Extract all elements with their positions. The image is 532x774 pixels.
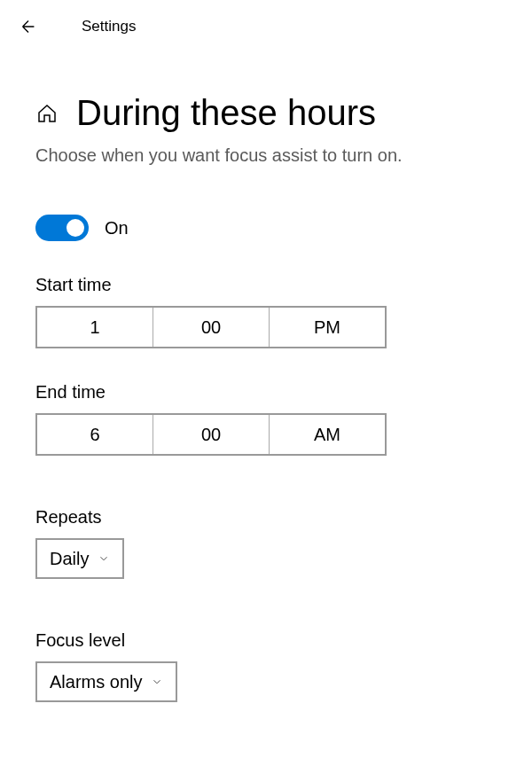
chevron-down-icon bbox=[98, 552, 110, 565]
repeats-value: Daily bbox=[50, 549, 89, 569]
repeats-label: Repeats bbox=[35, 507, 497, 528]
home-icon[interactable] bbox=[35, 102, 59, 125]
focus-level-label: Focus level bbox=[35, 630, 497, 651]
start-hour-cell[interactable]: 1 bbox=[37, 308, 153, 347]
end-time-picker[interactable]: 6 00 AM bbox=[35, 413, 387, 456]
toggle-row: On bbox=[35, 215, 497, 241]
end-minute-cell[interactable]: 00 bbox=[153, 415, 270, 454]
start-minute-cell[interactable]: 00 bbox=[153, 308, 270, 347]
focus-level-value: Alarms only bbox=[50, 672, 142, 692]
toggle-state-label: On bbox=[105, 218, 129, 238]
end-period-cell[interactable]: AM bbox=[270, 415, 385, 454]
toggle-knob bbox=[66, 219, 84, 237]
page-description: Choose when you want focus assist to tur… bbox=[35, 145, 497, 166]
start-period-cell[interactable]: PM bbox=[270, 308, 385, 347]
end-time-label: End time bbox=[35, 382, 497, 403]
chevron-down-icon bbox=[151, 676, 163, 688]
header-title: Settings bbox=[82, 18, 136, 35]
end-hour-cell[interactable]: 6 bbox=[37, 415, 153, 454]
title-row: During these hours bbox=[35, 93, 497, 133]
header: Settings bbox=[0, 0, 532, 53]
repeats-dropdown[interactable]: Daily bbox=[35, 538, 124, 579]
start-time-picker[interactable]: 1 00 PM bbox=[35, 306, 387, 348]
focus-assist-toggle[interactable] bbox=[35, 215, 89, 241]
back-button[interactable] bbox=[18, 16, 39, 37]
page-title: During these hours bbox=[76, 93, 376, 133]
start-time-label: Start time bbox=[35, 275, 497, 295]
focus-level-dropdown[interactable]: Alarms only bbox=[35, 661, 177, 702]
